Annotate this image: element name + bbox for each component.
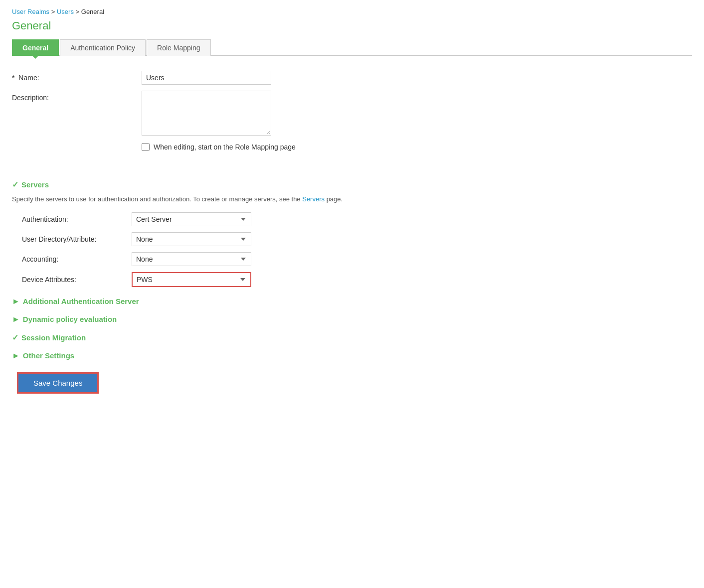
device-attributes-row: Device Attributes: PWS [22, 272, 692, 287]
name-label: * Name: [12, 71, 142, 82]
general-form-section: * Name: Description: When editing, start… [12, 66, 692, 171]
session-migration-arrow-icon: ✓ [12, 333, 18, 342]
checkbox-row: When editing, start on the Role Mapping … [142, 143, 692, 151]
save-button-wrapper: Save Changes [12, 372, 692, 394]
servers-description: Specify the servers to use for authentic… [12, 194, 692, 204]
breadcrumb-users[interactable]: Users [57, 8, 74, 15]
additional-auth-section-label: Additional Authentication Server [23, 297, 139, 305]
accounting-row: Accounting: None [22, 252, 692, 266]
role-mapping-checkbox-label: When editing, start on the Role Mapping … [154, 143, 296, 151]
description-label: Description: [12, 91, 142, 102]
servers-section-label: Servers [21, 180, 49, 189]
name-input[interactable] [142, 71, 271, 85]
other-settings-section-header[interactable]: ► Other Settings [12, 351, 692, 360]
additional-auth-section-header[interactable]: ► Additional Authentication Server [12, 297, 692, 306]
breadcrumb: User Realms > Users > General [12, 8, 692, 15]
name-row: * Name: [12, 71, 692, 85]
tab-auth-policy[interactable]: Authentication Policy [60, 39, 146, 56]
session-migration-section-header[interactable]: ✓ Session Migration [12, 333, 692, 342]
tabs-bar: General Authentication Policy Role Mappi… [12, 38, 692, 56]
dynamic-policy-arrow-icon: ► [12, 315, 20, 324]
user-directory-label: User Directory/Attribute: [22, 235, 132, 243]
description-textarea[interactable] [142, 91, 271, 136]
additional-auth-arrow-icon: ► [12, 297, 20, 306]
user-directory-select[interactable]: None [132, 232, 251, 246]
other-settings-arrow-icon: ► [12, 351, 20, 360]
save-changes-button[interactable]: Save Changes [17, 372, 99, 394]
breadcrumb-current: General [81, 8, 104, 15]
device-attributes-select[interactable]: PWS [132, 272, 251, 287]
servers-link[interactable]: Servers [302, 195, 325, 203]
servers-arrow-icon: ✓ [12, 180, 18, 189]
dynamic-policy-section-label: Dynamic policy evaluation [23, 315, 117, 323]
breadcrumb-user-realms[interactable]: User Realms [12, 8, 49, 15]
other-settings-section-label: Other Settings [23, 351, 74, 360]
server-fields: Authentication: Cert Server User Directo… [12, 212, 692, 287]
servers-section-header[interactable]: ✓ Servers [12, 180, 692, 189]
accounting-select[interactable]: None [132, 252, 251, 266]
name-required-marker: * [12, 74, 14, 82]
description-row: Description: [12, 91, 692, 137]
accounting-label: Accounting: [22, 255, 132, 263]
name-control [142, 71, 271, 85]
device-attributes-label: Device Attributes: [22, 276, 132, 284]
role-mapping-checkbox[interactable] [142, 143, 150, 151]
tab-general[interactable]: General [12, 39, 59, 56]
tab-role-mapping[interactable]: Role Mapping [147, 39, 210, 56]
authentication-select[interactable]: Cert Server [132, 212, 251, 226]
authentication-label: Authentication: [22, 215, 132, 223]
description-control [142, 91, 271, 137]
user-directory-row: User Directory/Attribute: None [22, 232, 692, 246]
dynamic-policy-section-header[interactable]: ► Dynamic policy evaluation [12, 315, 692, 324]
page-title: General [12, 19, 692, 32]
session-migration-section-label: Session Migration [21, 333, 86, 342]
authentication-row: Authentication: Cert Server [22, 212, 692, 226]
servers-section-body: Specify the servers to use for authentic… [12, 194, 692, 287]
